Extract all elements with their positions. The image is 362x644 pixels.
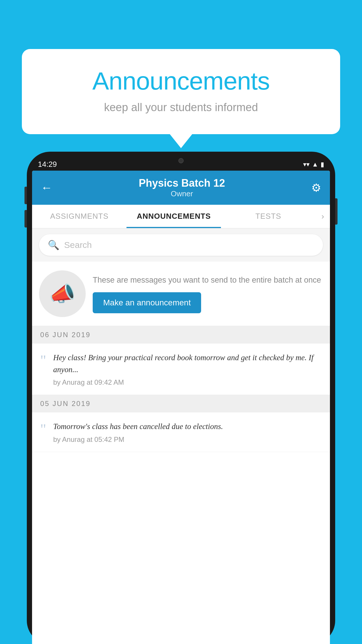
announcement-text-2: Tomorrow's class has been cancelled due … [53, 421, 322, 433]
date-separator-1: 06 JUN 2019 [32, 326, 330, 344]
settings-icon[interactable]: ⚙ [311, 181, 321, 194]
phone-notch [164, 154, 198, 167]
wifi-icon: ▾▾ [303, 161, 310, 168]
speech-bubble: Announcements keep all your students inf… [22, 49, 340, 134]
announcement-item-1[interactable]: " Hey class! Bring your practical record… [32, 344, 330, 395]
intro-description: These are messages you want to send to t… [93, 274, 323, 286]
announcement-meta-2: by Anurag at 05:42 PM [53, 435, 322, 444]
signal-icon: ▲ [312, 161, 318, 168]
side-button-power [335, 198, 338, 225]
header-subtitle: Owner [139, 189, 225, 198]
front-camera [178, 158, 184, 163]
tab-more[interactable]: › [316, 205, 330, 228]
status-bar: 14:29 ▾▾ ▲ ▮ [32, 157, 330, 171]
phone-screen: ← Physics Batch 12 Owner ⚙ ASSIGNMENTS A… [32, 171, 330, 644]
announcement-meta-1: by Anurag at 09:42 AM [53, 378, 322, 386]
tab-assignments[interactable]: ASSIGNMENTS [32, 205, 126, 228]
announcement-content-2: Tomorrow's class has been cancelled due … [53, 421, 322, 444]
search-placeholder: Search [64, 240, 92, 250]
date-separator-2: 05 JUN 2019 [32, 395, 330, 412]
phone-body: 14:29 ▾▾ ▲ ▮ ← Physics Batch 12 Owner ⚙ [27, 152, 335, 644]
header-title: Physics Batch 12 [139, 177, 225, 189]
bubble-subtitle: keep all your students informed [45, 101, 317, 114]
megaphone-icon: 📣 [49, 281, 75, 306]
battery-icon: ▮ [321, 161, 324, 168]
speech-bubble-area: Announcements keep all your students inf… [22, 49, 340, 134]
intro-right: These are messages you want to send to t… [93, 274, 323, 314]
bubble-title: Announcements [45, 66, 317, 95]
back-button[interactable]: ← [41, 181, 52, 194]
status-time: 14:29 [38, 160, 57, 169]
search-bar[interactable]: 🔍 Search [39, 234, 323, 256]
search-icon: 🔍 [48, 239, 59, 251]
side-button-vol-down [24, 210, 27, 228]
status-icons: ▾▾ ▲ ▮ [303, 161, 324, 168]
app-header: ← Physics Batch 12 Owner ⚙ [32, 171, 330, 205]
tab-announcements[interactable]: ANNOUNCEMENTS [126, 205, 221, 228]
quote-icon-2: " [40, 422, 46, 436]
announcement-text-1: Hey class! Bring your practical record b… [53, 352, 322, 375]
header-center: Physics Batch 12 Owner [139, 177, 225, 198]
quote-icon-1: " [40, 353, 46, 368]
search-container: 🔍 Search [32, 228, 330, 262]
tabs-bar: ASSIGNMENTS ANNOUNCEMENTS TESTS › [32, 205, 330, 228]
announcement-content-1: Hey class! Bring your practical record b… [53, 352, 322, 386]
announcement-intro-card: 📣 These are messages you want to send to… [32, 262, 330, 326]
phone-wrapper: 14:29 ▾▾ ▲ ▮ ← Physics Batch 12 Owner ⚙ [27, 152, 335, 644]
megaphone-circle: 📣 [39, 270, 86, 317]
side-button-vol-up [24, 187, 27, 204]
announcement-item-2[interactable]: " Tomorrow's class has been cancelled du… [32, 412, 330, 452]
make-announcement-button[interactable]: Make an announcement [93, 292, 201, 313]
tab-tests[interactable]: TESTS [221, 205, 315, 228]
